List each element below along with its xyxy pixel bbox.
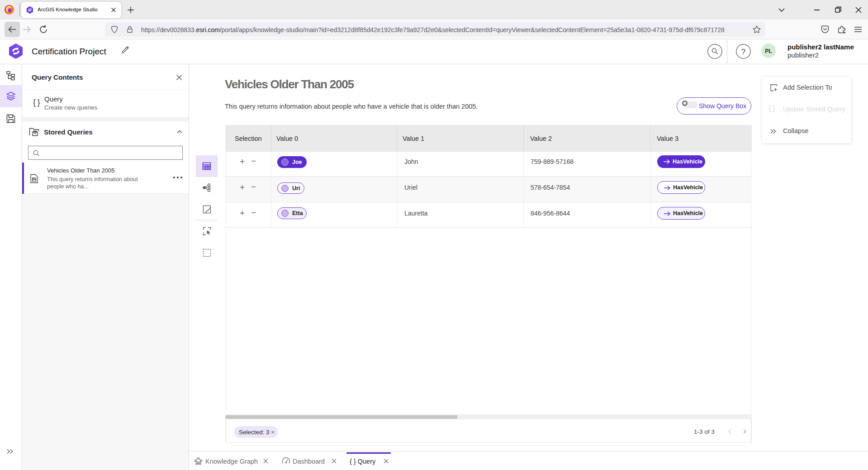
svg-text:?: ? [741, 48, 745, 56]
